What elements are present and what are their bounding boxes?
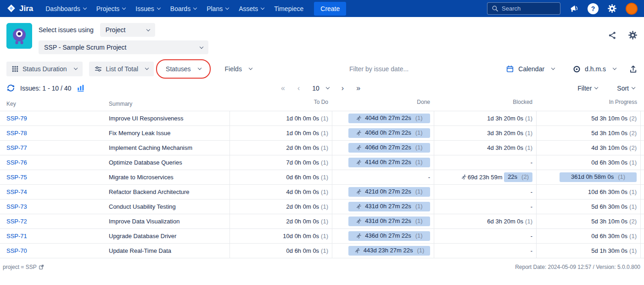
issue-date-filter-input[interactable]: Filter by issue date... — [264, 65, 494, 73]
help-icon[interactable]: ? — [588, 3, 599, 14]
transition-count: (1) — [321, 144, 328, 151]
duration-value: 0d 6h 30m 0s — [591, 159, 627, 166]
issue-key-link[interactable]: SSP-74 — [6, 188, 27, 195]
share-icon[interactable] — [608, 31, 617, 40]
key-cell: SSP-75 — [0, 174, 102, 181]
duration-value: 2d 0h 0m 0s — [286, 218, 319, 225]
prev-page-button[interactable]: ‹ — [297, 84, 300, 92]
issue-key-link[interactable]: SSP-76 — [6, 159, 27, 166]
issue-key-link[interactable]: SSP-73 — [6, 203, 27, 210]
nav-item-issues[interactable]: Issues — [130, 0, 165, 17]
nav-item-projects[interactable]: Projects — [91, 0, 131, 17]
nav-item-plans[interactable]: Plans — [202, 0, 234, 17]
sort-menu[interactable]: Sort — [617, 85, 635, 92]
next-page-button[interactable]: › — [342, 84, 344, 92]
statuses-select[interactable]: Statuses — [160, 62, 206, 76]
chevron-down-icon — [200, 45, 203, 48]
transition-count: (1) — [321, 159, 328, 166]
duration-format-select[interactable]: d.h.m.s — [567, 62, 622, 76]
nav-item-boards[interactable]: Boards — [165, 0, 202, 17]
global-search[interactable] — [487, 2, 560, 15]
duration-value: 443d 23h 27m 22s — [364, 247, 413, 254]
jql-query-link[interactable]: project = SSP — [3, 264, 44, 270]
transition-count: (1) — [321, 115, 328, 122]
transition-count: (1) — [417, 247, 424, 254]
jira-logo[interactable]: Jira — [6, 4, 33, 13]
user-avatar[interactable] — [626, 3, 638, 15]
fields-select[interactable]: Fields — [219, 62, 258, 76]
settings-gear-icon[interactable] — [607, 4, 617, 13]
view-mode-select[interactable]: List of Total — [89, 62, 154, 76]
export-icon[interactable] — [629, 65, 638, 74]
done-cell: 431d 0h 27m 22s(1) — [332, 200, 434, 214]
grid-icon — [12, 66, 18, 72]
chevron-down-icon — [594, 85, 598, 89]
chevron-down-icon — [249, 66, 252, 70]
duration-value: 0d 6h 0m 0s — [286, 174, 319, 181]
blocked-cell: - — [434, 200, 536, 214]
blocked-cell: 1d 3h 20m 0s(1) — [434, 111, 536, 125]
inprogress-cell: 5d 3h 10m 0s(2) — [536, 214, 641, 228]
create-button[interactable]: Create — [314, 2, 346, 16]
refresh-icon[interactable] — [6, 84, 15, 92]
inprogress-cell: 5d 1h 30m 0s(1) — [536, 244, 641, 258]
transition-count: (1) — [415, 203, 423, 210]
empty-duration: - — [531, 188, 532, 195]
issue-key-link[interactable]: SSP-75 — [6, 174, 27, 181]
chevron-down-icon — [146, 27, 150, 31]
report-type-select[interactable]: Status Duration — [6, 62, 83, 76]
duration-value: 6d 3h 20m 0s — [487, 218, 523, 225]
nav-item-timepiece[interactable]: Timepiece — [269, 0, 308, 17]
issue-key-link[interactable]: SSP-72 — [6, 218, 27, 225]
todo-cell: 10d 0h 0m 0s(1) — [230, 229, 332, 243]
done-cell: 436d 0h 27m 22s(1) — [332, 229, 434, 243]
report-header: Select issues using Project SSP - Sample… — [0, 17, 644, 57]
project-select[interactable]: SSP - Sample Scrum Project — [39, 40, 208, 54]
runner-icon — [354, 248, 360, 254]
inprogress-cell: 5d 6h 30m 0s(1) — [536, 200, 641, 214]
filter-menu[interactable]: Filter — [577, 85, 598, 92]
issue-key-link[interactable]: SSP-77 — [6, 144, 27, 151]
status-duration-table: Key Summary To Do Done Blocked In Progre… — [0, 97, 644, 258]
chart-view-icon[interactable] — [76, 84, 85, 92]
duration-value: 1d 0h 0m 0s — [286, 130, 319, 137]
summary-cell: Implement Caching Mechanism — [102, 144, 230, 151]
blocked-cell: - — [434, 244, 536, 258]
duration-value: 1d 0h 0m 0s — [286, 115, 319, 122]
issue-key-link[interactable]: SSP-71 — [6, 233, 27, 239]
key-cell: SSP-74 — [0, 188, 102, 195]
announcements-icon[interactable] — [569, 4, 579, 13]
duration-value: 431d 0h 27m 22s — [365, 218, 411, 224]
empty-duration: - — [428, 174, 430, 181]
inprogress-cell: 5d 3h 10m 0s(2) — [536, 126, 641, 140]
first-page-button[interactable]: « — [281, 84, 285, 92]
transition-count: (2) — [629, 130, 637, 137]
inprogress-cell: 0d 6h 30m 0s(1) — [536, 155, 641, 170]
transition-count: (1) — [321, 188, 328, 195]
external-link-icon — [39, 264, 44, 270]
column-header-key: Key — [0, 101, 102, 107]
issue-source-select[interactable]: Project — [100, 23, 155, 37]
issue-key-link[interactable]: SSP-78 — [6, 130, 27, 137]
page-size-select[interactable]: 10 — [312, 85, 329, 92]
transition-count: (2) — [629, 144, 637, 151]
todo-cell: 0d 6h 0m 0s(1) — [230, 244, 332, 258]
table-row: SSP-76Optimize Database Queries7d 0h 0m … — [0, 155, 644, 170]
issue-key-link[interactable]: SSP-79 — [6, 115, 27, 122]
last-page-button[interactable]: » — [356, 84, 360, 92]
chevron-down-icon — [632, 85, 635, 89]
issue-key-link[interactable]: SSP-70 — [6, 247, 27, 254]
nav-item-assets[interactable]: Assets — [234, 0, 269, 17]
calendar-select[interactable]: Calendar — [500, 62, 560, 76]
column-header-inprogress: In Progress — [536, 97, 641, 107]
summary-cell: Fix Memory Leak Issue — [102, 130, 230, 137]
report-settings-gear-icon[interactable] — [628, 30, 638, 40]
blocked-cell: 69d 23h 59m 22s(2) — [434, 170, 536, 184]
search-input[interactable] — [502, 5, 556, 12]
summary-cell: Conduct Usability Testing — [102, 203, 230, 210]
column-header-summary: Summary — [102, 101, 230, 107]
duration-value: 7d 0h 0m 0s — [286, 159, 319, 166]
empty-duration: - — [531, 233, 532, 239]
nav-item-dashboards[interactable]: Dashboards — [40, 0, 91, 17]
runner-icon — [356, 160, 362, 165]
